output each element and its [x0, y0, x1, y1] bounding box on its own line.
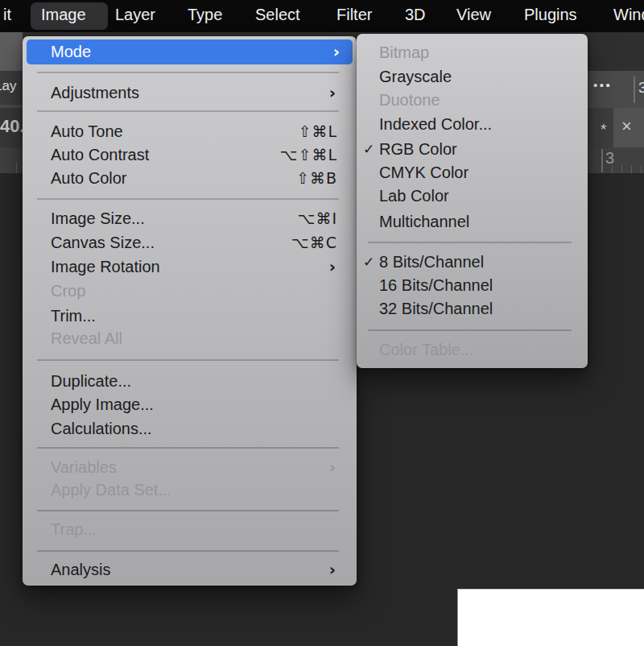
menu-item-label: Reveal All: [51, 326, 122, 350]
panel-tab-partial[interactable]: Lay: [0, 71, 23, 105]
image-menu-dropdown: Mode › Adjustments › Auto Tone ⇧⌘L Auto …: [23, 36, 357, 586]
options-bar-value: 3: [638, 79, 644, 97]
menu-item-apply-data-set: Apply Data Set...: [23, 478, 357, 502]
tab-close-icon[interactable]: ×: [621, 118, 632, 135]
menubar-item-edit-partial[interactable]: it: [3, 6, 11, 24]
ruler-tick: [641, 165, 642, 173]
menu-item-analysis[interactable]: Analysis ›: [23, 557, 357, 582]
submenu-item-duotone: Duotone: [357, 88, 588, 112]
submenu-item-cmyk-color[interactable]: CMYK Color: [357, 160, 588, 184]
menu-item-label: Auto Color: [51, 166, 127, 190]
menu-item-label: Calculations...: [51, 416, 152, 441]
menu-item-shortcut: ⇧⌘L: [298, 119, 337, 143]
chevron-right-icon: ›: [329, 455, 336, 479]
menu-item-label: Indexed Color...: [379, 112, 492, 136]
menu-item-label: Color Table...: [379, 337, 473, 362]
menu-separator: [37, 72, 339, 73]
menu-separator: [368, 329, 572, 331]
panel-tab-label: Lay: [0, 78, 16, 94]
menu-item-auto-tone[interactable]: Auto Tone ⇧⌘L: [23, 119, 357, 143]
menu-item-label: Auto Tone: [51, 119, 123, 143]
menu-item-label: 32 Bits/Channel: [379, 296, 493, 321]
menu-item-apply-image[interactable]: Apply Image...: [23, 392, 357, 416]
submenu-item-16-bits[interactable]: 16 Bits/Channel: [357, 273, 588, 297]
menu-item-canvas-size[interactable]: Canvas Size... ⌥⌘C: [23, 230, 357, 255]
menubar: it Image Layer Type Select Filter 3D Vie…: [0, 0, 644, 32]
submenu-item-rgb-color[interactable]: ✓ RGB Color: [357, 137, 588, 161]
document-info-partial: 40.: [0, 108, 23, 147]
document-tab[interactable]: *: [588, 108, 613, 147]
menu-item-auto-contrast[interactable]: Auto Contrast ⌥⇧⌘L: [23, 143, 357, 167]
menu-item-shortcut: ⇧⌘B: [296, 166, 337, 190]
menubar-item-image[interactable]: Image: [41, 6, 86, 24]
menu-item-mode[interactable]: Mode ›: [27, 39, 353, 64]
menubar-item-type[interactable]: Type: [188, 6, 222, 24]
submenu-item-indexed-color[interactable]: Indexed Color...: [357, 112, 588, 136]
mode-submenu: Bitmap Grayscale Duotone Indexed Color..…: [357, 34, 588, 368]
menu-separator: [37, 110, 339, 112]
document-zoom-partial: 40.: [0, 116, 23, 137]
menu-item-calculations[interactable]: Calculations...: [23, 416, 357, 441]
toolbar-strip-left: [0, 32, 23, 71]
submenu-item-color-table: Color Table...: [357, 337, 588, 362]
menu-item-duplicate[interactable]: Duplicate...: [23, 369, 357, 393]
more-options-icon[interactable]: •••: [593, 78, 612, 92]
menu-item-label: Trap...: [51, 517, 97, 541]
menubar-item-filter[interactable]: Filter: [336, 6, 372, 24]
menu-item-label: Image Size...: [51, 206, 145, 230]
menubar-item-select[interactable]: Select: [255, 6, 300, 24]
checkmark-icon: ✓: [363, 250, 374, 274]
chevron-right-icon: ›: [329, 81, 336, 105]
menu-separator: [37, 198, 339, 200]
menubar-item-layer[interactable]: Layer: [115, 6, 155, 24]
menu-item-shortcut: ⌥⌘C: [291, 230, 337, 255]
menubar-item-view[interactable]: View: [456, 6, 491, 24]
menu-item-trap: Trap...: [23, 517, 357, 541]
submenu-item-bitmap: Bitmap: [357, 40, 588, 64]
menu-separator: [368, 242, 572, 243]
menu-item-label: Grayscale: [379, 64, 452, 89]
document-canvas[interactable]: [457, 589, 644, 646]
menu-item-label: Mode: [51, 39, 91, 64]
submenu-item-32-bits[interactable]: 32 Bits/Channel: [357, 296, 588, 321]
ruler-tick: [16, 162, 17, 173]
menu-item-label: Adjustments: [51, 81, 139, 105]
menubar-item-window[interactable]: Window: [613, 6, 644, 24]
menu-item-label: Auto Contrast: [51, 143, 149, 167]
menu-item-adjustments[interactable]: Adjustments ›: [23, 81, 357, 105]
menu-item-label: Analysis: [51, 557, 110, 582]
menu-item-label: Multichannel: [379, 209, 469, 234]
menu-separator: [37, 359, 339, 361]
photoshop-window: Lay ••• 3 40. * × 3 it Image Layer Type …: [0, 0, 644, 646]
submenu-item-8-bits[interactable]: ✓ 8 Bits/Channel: [357, 250, 588, 274]
menu-item-label: Image Rotation: [51, 255, 160, 279]
submenu-item-lab-color[interactable]: Lab Color: [357, 184, 588, 208]
menu-item-label: 8 Bits/Channel: [379, 250, 484, 274]
chevron-right-icon: ›: [329, 557, 336, 582]
submenu-item-multichannel[interactable]: Multichannel: [357, 209, 588, 234]
menu-item-label: Bitmap: [379, 40, 429, 64]
ruler-tick: [631, 165, 632, 173]
menu-item-image-rotation[interactable]: Image Rotation ›: [23, 255, 357, 279]
menubar-item-plugins[interactable]: Plugins: [524, 6, 577, 24]
menu-item-label: Lab Color: [379, 184, 449, 208]
menu-item-trim[interactable]: Trim...: [23, 304, 357, 328]
menu-separator: [37, 510, 339, 511]
menu-item-shortcut: ⌥⌘I: [298, 206, 338, 230]
menubar-item-3d[interactable]: 3D: [405, 6, 426, 24]
menu-item-auto-color[interactable]: Auto Color ⇧⌘B: [23, 166, 357, 190]
checkmark-icon: ✓: [363, 137, 374, 161]
submenu-item-grayscale[interactable]: Grayscale: [357, 64, 588, 89]
menu-item-reveal-all: Reveal All: [23, 326, 357, 350]
menu-item-crop: Crop: [23, 279, 357, 303]
unsaved-indicator-icon: *: [601, 121, 606, 139]
menu-item-variables: Variables ›: [23, 455, 357, 479]
menu-item-image-size[interactable]: Image Size... ⌥⌘I: [23, 206, 357, 230]
menu-item-label: Canvas Size...: [51, 230, 155, 255]
menu-item-label: Duplicate...: [51, 369, 131, 393]
menu-item-label: Apply Data Set...: [51, 478, 171, 502]
chevron-right-icon: ›: [333, 39, 340, 64]
menu-item-label: Crop: [51, 279, 85, 303]
options-bar-divider: [634, 77, 635, 103]
menu-item-label: CMYK Color: [379, 160, 469, 184]
